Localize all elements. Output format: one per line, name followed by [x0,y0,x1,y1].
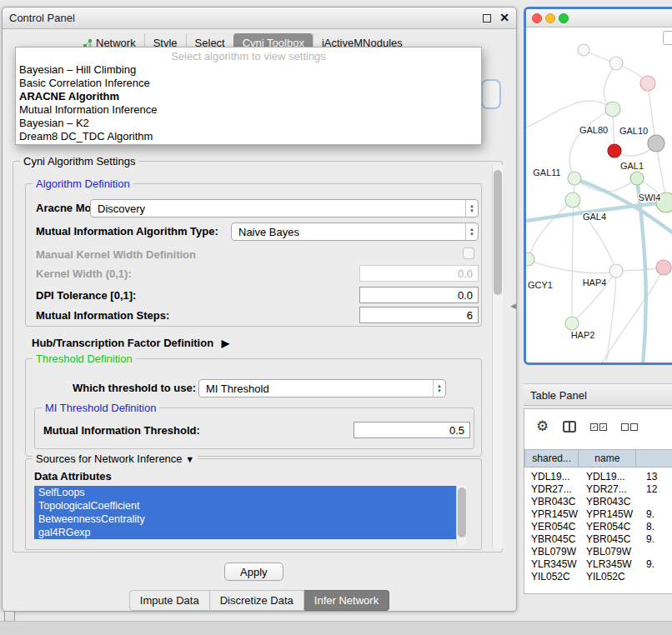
dropdown-item[interactable]: Mutual Information Inference [16,103,481,117]
sources-toggle[interactable]: Sources for Network Inference ▼ [33,452,198,465]
node-label: HAP4 [583,278,607,288]
mi-type-combo[interactable]: Naive Bayes ▲▼ [231,222,479,241]
data-attributes-label: Data Attributes [34,470,112,482]
hub-definition-toggle[interactable]: Hub/Transcription Factor Definition ▶ [32,337,229,349]
node-label: GAL1 [620,161,644,171]
dpi-tolerance-field[interactable]: 0.0 [359,287,479,303]
column-header[interactable]: name [579,449,636,468]
stepper-icon[interactable]: ▲▼ [433,380,445,397]
table-row[interactable]: YBL079W YBL079W [524,546,672,558]
group-title: Threshold Definition [33,352,136,365]
minimize-traffic-light-icon[interactable] [545,13,555,23]
cell: YBL079W [586,546,631,558]
zoom-traffic-light-icon[interactable] [559,13,569,23]
deselect-all-columns-icon[interactable] [621,423,638,431]
close-traffic-light-icon[interactable] [532,13,542,23]
network-window-titlebar[interactable] [526,9,672,28]
attribute-item[interactable]: BetweennessCentrality [34,512,456,526]
dropdown-item[interactable]: Bayesian – Hill Climbing [16,63,481,77]
mi-type-label: Mutual Information Algorithm Type: [36,225,218,238]
node-label: GAL80 [579,125,608,135]
hub-definition-label: Hub/Transcription Factor Definition [32,337,213,349]
network-node[interactable] [526,252,534,266]
stepper-icon[interactable]: ▲▼ [465,223,478,240]
table-row[interactable]: YBR045C YBR045C 9. [524,533,672,546]
collapsed-arrow-icon[interactable]: ▶ [222,338,229,349]
table-row[interactable]: YER054C YER054C 8. [524,521,672,533]
cell: 8. [646,521,654,532]
group-title: MI Threshold Definition [42,402,159,414]
attributes-list: SelfLoops TopologicalCoefficient Between… [34,486,466,544]
tab-infer-network[interactable]: Infer Network [304,590,389,611]
dropdown-item[interactable]: Basic Correlation Inference [16,77,481,90]
window-title: Control Panel [9,12,75,24]
gear-icon[interactable]: ⚙ [536,419,549,434]
scrollbar-thumb[interactable] [458,488,466,538]
dpi-tolerance-label: DPI Tolerance [0,1]: [36,289,136,302]
threshold-definition-group: Threshold Definition Which threshold to … [25,358,482,457]
cell: 9. [646,558,654,570]
tab-discretize-data[interactable]: Discretize Data [210,590,304,611]
float-window-icon[interactable] [483,14,491,22]
kernel-width-field[interactable]: 0.0 [359,265,479,282]
which-threshold-combo[interactable]: MI Threshold ▲▼ [198,379,446,398]
mi-threshold-field[interactable]: 0.5 [354,422,470,438]
cell: YBR043C [531,496,575,508]
settings-scrollbar[interactable] [492,165,503,548]
network-node[interactable] [605,102,620,117]
network-node[interactable] [630,172,644,185]
attribute-item[interactable]: gal4RGexp [34,526,456,539]
which-threshold-label: Which threshold to use: [73,382,196,394]
table-row[interactable]: YLR345W YLR345W 9. [524,558,672,571]
select-all-columns-icon[interactable]: ✓✓ [590,423,607,431]
table-toolbar: ⚙ ✓✓ [536,419,638,434]
network-graph[interactable]: GAL80 GAL10 GAL11 GAL1 SWI4 GAL4 GCY1 HA… [526,28,672,365]
attribute-item[interactable]: SelfLoops [34,486,456,499]
network-node[interactable] [568,172,581,185]
control-panel-titlebar[interactable]: Control Panel ✕ [3,8,516,29]
cell: YER054C [586,521,630,532]
splitter-collapse-icon[interactable]: ◀ [510,302,516,310]
network-node[interactable] [578,44,589,56]
dropdown-item-selected[interactable]: ARACNE Algorithm [16,90,481,103]
table-panel-header[interactable]: Table Panel [524,383,672,406]
network-node[interactable] [565,317,579,330]
network-node[interactable] [640,76,655,91]
algorithm-definition-group: Algorithm Definition Aracne Mode: Discov… [25,183,482,327]
attributes-scrollbar[interactable] [456,486,466,544]
network-node-gal10[interactable] [608,144,621,158]
network-node[interactable] [609,264,623,278]
node-label: GCY1 [528,280,553,290]
dropdown-item[interactable]: Dream8 DC_TDC Algorithm [16,130,481,143]
table-row[interactable]: YDR27... YDR27... 12 [524,483,672,496]
stepper-icon[interactable]: ▲▼ [465,200,478,217]
manual-kernel-checkbox[interactable] [463,248,474,259]
table-panel-body: ⚙ ✓✓ shared... name YDL19... YDL19... 13… [524,408,672,594]
cell: YIL052C [531,571,570,582]
column-header[interactable] [636,449,672,468]
mi-steps-field[interactable]: 6 [359,307,479,323]
network-node[interactable] [609,57,623,70]
network-node[interactable] [565,192,580,208]
table-row[interactable]: YDL19... YDL19... 13 [524,471,672,483]
columns-icon[interactable] [563,421,576,432]
aracne-mode-combo[interactable]: Discovery ▲▼ [90,199,479,218]
network-view-window[interactable]: GAL80 GAL10 GAL11 GAL1 SWI4 GAL4 GCY1 HA… [524,7,672,365]
network-node[interactable] [648,135,664,152]
node-label: SWI4 [639,192,661,202]
table-row[interactable]: YBR043C YBR043C [524,496,672,508]
expanded-arrow-icon[interactable]: ▼ [185,454,194,464]
dropdown-item[interactable]: Bayesian – K2 [16,117,481,130]
cell: 9. [646,533,654,545]
table-row[interactable]: YIL052C YIL052C [524,571,672,583]
column-header[interactable]: shared... [524,449,579,468]
table-row[interactable]: YPR145W YPR145W 9. [524,508,672,521]
kernel-width-label: Kernel Width (0,1): [36,268,132,280]
close-window-icon[interactable]: ✕ [499,11,509,24]
apply-button[interactable]: Apply [224,562,283,581]
network-node[interactable] [656,260,671,275]
tab-impute-data[interactable]: Impute Data [129,590,210,611]
scrollbar-thumb[interactable] [494,170,502,295]
cell: YBL079W [531,546,576,558]
attribute-item[interactable]: TopologicalCoefficient [34,499,456,512]
